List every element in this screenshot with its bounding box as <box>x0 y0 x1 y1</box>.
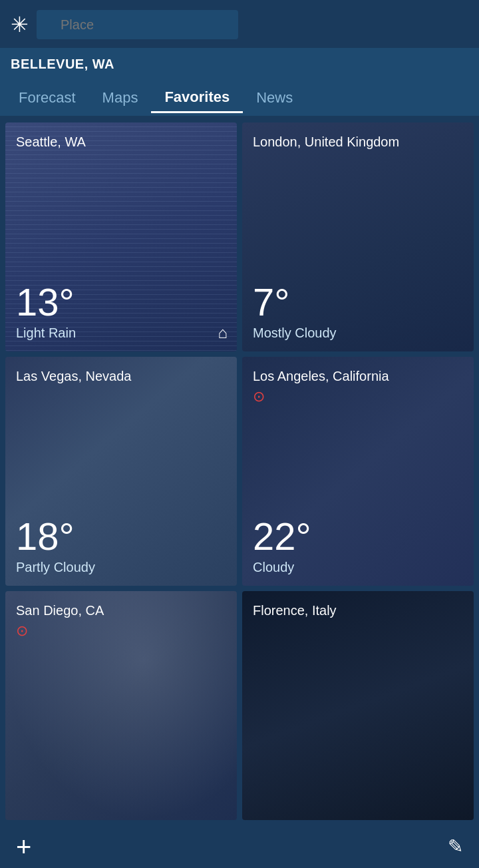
sun-icon: ✳ <box>11 12 29 37</box>
card-temp: 22° <box>253 517 463 556</box>
card-bottom: 18° Partly Cloudy <box>16 517 226 575</box>
card-temp: 7° <box>253 283 463 322</box>
card-city: Los Angeles, California ⊙ <box>253 367 463 407</box>
search-input[interactable] <box>37 10 238 39</box>
alert-icon: ⊙ <box>253 387 265 407</box>
alert-icon: ⊙ <box>16 622 28 641</box>
favorites-grid: Seattle, WA 13° Light Rain ⌂ London, Uni… <box>0 117 479 825</box>
home-icon: ⌂ <box>218 324 228 342</box>
card-florence[interactable]: Florence, Italy <box>242 591 474 820</box>
nav-tabs: Forecast Maps Favorites News <box>0 80 479 117</box>
card-temp: 18° <box>16 517 226 556</box>
edit-button[interactable]: ✎ <box>448 837 463 856</box>
app-header: ✳ 🔍 <box>0 0 479 48</box>
card-city: San Diego, CA ⊙ <box>16 602 226 641</box>
location-name: BELLEVUE, WA <box>11 57 114 72</box>
search-wrapper: 🔍 <box>37 10 468 39</box>
card-bottom: 7° Mostly Cloudy <box>253 283 463 341</box>
tab-favorites[interactable]: Favorites <box>151 83 243 113</box>
card-city: Las Vegas, Nevada <box>16 367 226 385</box>
card-city: Florence, Italy <box>253 602 463 619</box>
card-losangeles[interactable]: Los Angeles, California ⊙ 22° Cloudy <box>242 357 474 586</box>
card-condition: Mostly Cloudy <box>253 326 463 341</box>
card-seattle[interactable]: Seattle, WA 13° Light Rain ⌂ <box>5 122 237 351</box>
card-condition: Partly Cloudy <box>16 560 226 575</box>
card-city: Seattle, WA <box>16 133 226 150</box>
bottom-toolbar: + ✎ <box>0 825 479 868</box>
tab-news[interactable]: News <box>243 84 306 112</box>
card-bottom <box>16 805 226 809</box>
card-temp: 13° <box>16 283 226 322</box>
tab-maps[interactable]: Maps <box>89 84 152 112</box>
location-bar: BELLEVUE, WA <box>0 48 479 80</box>
card-condition: Light Rain <box>16 326 226 341</box>
card-bottom <box>253 805 463 809</box>
tab-forecast[interactable]: Forecast <box>5 84 89 112</box>
card-city: London, United Kingdom <box>253 133 463 150</box>
card-lasvegas[interactable]: Las Vegas, Nevada 18° Partly Cloudy <box>5 357 237 586</box>
add-button[interactable]: + <box>16 833 31 860</box>
card-london[interactable]: London, United Kingdom 7° Mostly Cloudy <box>242 122 474 351</box>
card-condition: Cloudy <box>253 560 463 575</box>
card-sandiego[interactable]: San Diego, CA ⊙ <box>5 591 237 820</box>
card-bottom: 22° Cloudy <box>253 517 463 575</box>
card-bottom: 13° Light Rain <box>16 283 226 341</box>
